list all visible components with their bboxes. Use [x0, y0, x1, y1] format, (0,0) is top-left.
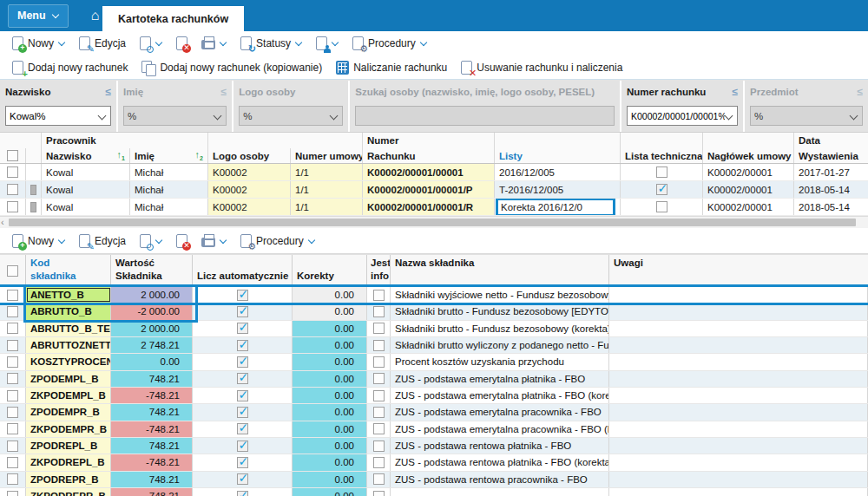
filter-przedmiot-combo[interactable]: %: [750, 106, 863, 126]
component-row[interactable]: ZKPODREPL_B-748.210.00ZUS - podstawa ren…: [0, 454, 868, 471]
filter-numer-combo[interactable]: K00002/00001/00001%: [627, 106, 738, 126]
component-row[interactable]: ABRUTTO_B-2 000.000.00Składniki brutto -…: [0, 303, 868, 320]
checkbox-unchecked[interactable]: [7, 423, 18, 434]
checkbox-unchecked[interactable]: [656, 166, 667, 178]
checkbox-unchecked[interactable]: [7, 306, 18, 317]
delete-button[interactable]: ✕: [169, 231, 194, 251]
checkbox-unchecked[interactable]: [7, 290, 18, 301]
checkbox-checked[interactable]: [237, 290, 248, 301]
new-button[interactable]: + Nowy: [5, 231, 72, 251]
checkbox-unchecked[interactable]: [7, 166, 18, 178]
person-actions-button[interactable]: [309, 33, 345, 54]
column-header-numer-umowy[interactable]: Numer umowy: [291, 148, 363, 163]
menu-button[interactable]: Menu: [8, 4, 69, 28]
procedures-button[interactable]: ⚙ Procedury: [233, 231, 322, 251]
column-header-naglowek-umowy[interactable]: Nagłówek umowy: [703, 148, 794, 163]
checkbox-unchecked[interactable]: [7, 373, 18, 384]
component-row[interactable]: ZKPODREPR_B-748.210.00: [0, 488, 868, 496]
column-header-wartosc-skladnika[interactable]: WartośćSkładnika: [111, 255, 193, 284]
chevron-down-icon[interactable]: [220, 40, 227, 47]
add-account-copy-button[interactable]: Dodaj nowy rachunek (kopiowanie): [135, 57, 329, 78]
chevron-down-icon[interactable]: [155, 40, 162, 47]
select-all-checkbox[interactable]: [7, 150, 18, 161]
account-row[interactable]: KowalMichałK000021/1K00002/00001/0000120…: [0, 164, 868, 181]
column-header-nazwa-skladnika[interactable]: Nazwa składnika: [391, 255, 609, 284]
chevron-down-icon[interactable]: [98, 112, 107, 121]
checkbox-unchecked[interactable]: [373, 473, 385, 485]
print-button[interactable]: [194, 231, 233, 251]
checkbox-unchecked[interactable]: [373, 390, 385, 401]
chevron-down-icon[interactable]: [330, 112, 339, 121]
component-row[interactable]: ZKPODEMPR_B-748.210.00ZUS - podstawa eme…: [0, 421, 868, 438]
chevron-down-icon[interactable]: [214, 112, 222, 121]
column-header-kod-skladnika[interactable]: Kodskładnika: [26, 255, 111, 284]
checkbox-unchecked[interactable]: [7, 390, 18, 401]
column-header-jest-info[interactable]: Jestinfo: [367, 255, 391, 284]
search-button[interactable]: [133, 231, 169, 251]
checkbox-unchecked[interactable]: [7, 356, 18, 368]
filter-operator-icon[interactable]: ≤: [857, 86, 863, 98]
checkbox-unchecked[interactable]: [7, 491, 18, 496]
checkbox-unchecked[interactable]: [7, 473, 18, 485]
print-button[interactable]: [194, 33, 233, 54]
chevron-down-icon[interactable]: [725, 112, 733, 121]
checkbox-checked[interactable]: [237, 473, 248, 485]
procedures-button[interactable]: ⚙ Procedury: [345, 33, 434, 54]
checkbox-unchecked[interactable]: [7, 407, 18, 418]
scroll-left-arrow[interactable]: ‹: [1, 217, 4, 228]
column-header-logo-osoby[interactable]: Logo osoby: [208, 148, 291, 163]
filter-imie-combo[interactable]: %: [123, 106, 227, 126]
tab-kartoteka-rachunkow[interactable]: Kartoteka rachunków: [102, 6, 244, 31]
component-row[interactable]: ZPODREPR_B748.210.00ZUS - podstawa rento…: [0, 472, 868, 488]
checkbox-unchecked[interactable]: [7, 184, 18, 195]
component-row[interactable]: ABRUTTO_B_TECH2 000.000.00Składniki brut…: [0, 321, 868, 337]
column-header-licz-automatycznie[interactable]: Licz automatycznie: [193, 255, 293, 284]
delete-account-button[interactable]: ✕ Usuwanie rachunku i naliczenia: [454, 57, 629, 78]
filter-operator-icon[interactable]: ≤: [732, 86, 738, 98]
checkbox-unchecked[interactable]: [373, 491, 385, 496]
checkbox-checked[interactable]: [237, 356, 248, 368]
column-header-wystawienia[interactable]: Wystawienia: [794, 148, 868, 163]
checkbox-checked[interactable]: [237, 373, 248, 384]
column-header-nazwisko[interactable]: Nazwisko ↑1: [42, 148, 130, 163]
column-header-uwagi[interactable]: Uwagi: [609, 255, 868, 284]
component-row[interactable]: KOSZTYPROCENT_B0.000.00Procent kosztów u…: [0, 354, 868, 370]
checkbox-checked[interactable]: [656, 184, 667, 195]
column-header-rachunku[interactable]: Rachunku: [363, 148, 495, 163]
checkbox-checked[interactable]: [237, 306, 248, 317]
scrollbar-thumb[interactable]: [9, 219, 856, 226]
chevron-down-icon[interactable]: [220, 238, 227, 245]
filter-operator-icon[interactable]: ≤: [221, 86, 227, 98]
chevron-down-icon[interactable]: [850, 112, 858, 121]
chevron-down-icon[interactable]: [295, 40, 302, 47]
column-header-lista-techniczna[interactable]: Lista techniczna: [621, 148, 703, 163]
search-button[interactable]: [133, 33, 169, 54]
column-header-listy[interactable]: Listy: [495, 148, 621, 163]
checkbox-checked[interactable]: [237, 423, 248, 434]
filter-logo-combo[interactable]: %: [239, 106, 343, 126]
listy-edit-input[interactable]: Korekta 2016/12/0: [496, 199, 615, 215]
checkbox-unchecked[interactable]: [373, 306, 385, 317]
checkbox-unchecked[interactable]: [7, 340, 18, 351]
chevron-down-icon[interactable]: [332, 40, 339, 47]
calculate-account-button[interactable]: Naliczanie rachunku: [329, 57, 454, 78]
edit-button[interactable]: ✎ Edycja: [72, 231, 133, 251]
chevron-down-icon[interactable]: [308, 238, 315, 245]
checkbox-checked[interactable]: [237, 407, 248, 418]
checkbox-unchecked[interactable]: [7, 441, 18, 452]
checkbox-checked[interactable]: [237, 390, 248, 401]
search-person-input[interactable]: [355, 106, 615, 126]
new-button[interactable]: + Nowy: [5, 33, 72, 54]
filter-nazwisko-combo[interactable]: Kowal%: [5, 106, 111, 126]
checkbox-unchecked[interactable]: [373, 423, 385, 434]
checkbox-unchecked[interactable]: [373, 340, 385, 351]
checkbox-unchecked[interactable]: [373, 457, 385, 468]
account-row[interactable]: KowalMichałK000021/1K00002/00001/00001/R…: [0, 199, 868, 216]
chevron-down-icon[interactable]: [155, 238, 162, 245]
checkbox-unchecked[interactable]: [656, 201, 667, 212]
checkbox-checked[interactable]: [237, 457, 248, 468]
checkbox-unchecked[interactable]: [7, 457, 18, 468]
checkbox-checked[interactable]: [237, 441, 248, 452]
checkbox-unchecked[interactable]: [373, 441, 385, 452]
statuses-button[interactable]: ↻ Statusy: [233, 33, 309, 54]
